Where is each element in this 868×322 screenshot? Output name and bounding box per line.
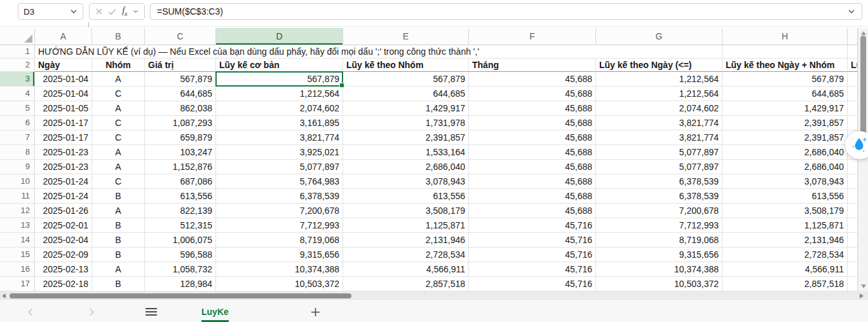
cell-E15[interactable]: 2,728,534 [343,248,469,262]
cell-E10[interactable]: 3,078,943 [343,174,469,189]
cell-G17[interactable]: 10,503,372 [596,277,722,291]
row-header-1[interactable]: 1 [0,45,35,59]
cell-partial-9[interactable] [848,160,858,174]
horizontal-scroll-thumb[interactable] [10,293,351,298]
cell-G7[interactable]: 3,821,774 [596,130,722,145]
fill-handle[interactable] [339,83,344,88]
cell-C3[interactable]: 567,879 [145,72,216,87]
cell-D11[interactable]: 6,378,539 [216,189,343,204]
fx-chevron-down-icon[interactable] [133,10,139,13]
cell-A16[interactable]: 2025-02-13 [35,262,92,277]
cell-D6[interactable]: 3,161,895 [216,116,343,130]
cell-F17[interactable]: 45,716 [469,277,596,291]
cell-G8[interactable]: 5,077,897 [596,145,722,160]
vertical-scroll-thumb[interactable] [860,36,866,136]
formula-expand-chevron-icon[interactable] [848,9,855,14]
cell-D12[interactable]: 7,200,678 [216,204,343,218]
cell-C13[interactable]: 512,315 [145,218,216,233]
cell-A3[interactable]: 2025-01-04 [35,72,92,87]
cell-A7[interactable]: 2025-01-17 [35,130,92,145]
cell-E17[interactable]: 2,857,518 [343,277,469,291]
cell-D15[interactable]: 9,315,656 [216,248,343,262]
row-header-9[interactable]: 9 [0,160,35,174]
cell-D14[interactable]: 8,719,068 [216,233,343,248]
cell-D7[interactable]: 3,821,774 [216,130,343,145]
cell-B16[interactable]: A [92,262,145,277]
row-header-17[interactable]: 17 [0,277,35,291]
cancel-icon[interactable] [95,8,103,15]
cell-C12[interactable]: 822,139 [145,204,216,218]
cell-B17[interactable]: B [92,277,145,291]
cell-A6[interactable]: 2025-01-17 [35,116,92,130]
cell-H8[interactable]: 2,686,040 [722,145,848,160]
insert-function-icon[interactable]: fx [122,6,127,17]
header-cell-F2[interactable]: Tháng [469,59,596,72]
cell-B4[interactable]: C [92,87,145,101]
vertical-scrollbar[interactable] [858,28,868,291]
cell-A15[interactable]: 2025-02-09 [35,248,92,262]
cell-A10[interactable]: 2025-01-24 [35,174,92,189]
col-header-partial[interactable] [848,28,858,45]
row-header-10[interactable]: 10 [0,174,35,189]
row-header-7[interactable]: 7 [0,130,35,145]
header-cell-B2[interactable]: Nhóm [92,59,145,72]
cell-C5[interactable]: 862,038 [145,101,216,116]
cell-B10[interactable]: C [92,174,145,189]
row-header-8[interactable]: 8 [0,145,35,160]
header-cell-partial-2[interactable]: Lũ [848,59,858,72]
header-cell-A2[interactable]: Ngày [35,59,92,72]
cell-partial-14[interactable] [848,233,858,248]
cell-H16[interactable]: 4,566,911 [722,262,848,277]
cell-H4[interactable]: 644,685 [722,87,848,101]
cell-C17[interactable]: 128,984 [145,277,216,291]
next-sheet-button[interactable] [86,301,97,322]
cell-B3[interactable]: A [92,72,145,87]
cell-A14[interactable]: 2025-02-04 [35,233,92,248]
cell-E11[interactable]: 613,556 [343,189,469,204]
cell-partial-10[interactable] [848,174,858,189]
cell-C10[interactable]: 687,086 [145,174,216,189]
cell-partial-1[interactable] [848,45,858,59]
cell-G14[interactable]: 8,719,068 [596,233,722,248]
cell-G6[interactable]: 3,821,774 [596,116,722,130]
cell-partial-16[interactable] [848,262,858,277]
cell-H3[interactable]: 567,879 [722,72,848,87]
cell-H14[interactable]: 2,131,946 [722,233,848,248]
cell-D13[interactable]: 7,712,993 [216,218,343,233]
cell-G16[interactable]: 10,374,388 [596,262,722,277]
scroll-up-arrow-icon[interactable] [861,31,866,35]
cell-E5[interactable]: 1,429,917 [343,101,469,116]
cell-A4[interactable]: 2025-01-04 [35,87,92,101]
col-header-F[interactable]: F [469,28,596,45]
cell-F5[interactable]: 45,688 [469,101,596,116]
cell-B9[interactable]: A [92,160,145,174]
cell-D5[interactable]: 2,074,602 [216,101,343,116]
cell-C14[interactable]: 1,006,075 [145,233,216,248]
tab-luyke[interactable]: LuyKe [193,301,238,322]
row-header-11[interactable]: 11 [0,189,35,204]
active-cell-selection[interactable] [215,71,343,87]
cell-F8[interactable]: 45,688 [469,145,596,160]
cell-H6[interactable]: 2,391,857 [722,116,848,130]
cell-C11[interactable]: 613,556 [145,189,216,204]
cell-G12[interactable]: 7,200,678 [596,204,722,218]
cell-B11[interactable]: B [92,189,145,204]
cell-partial-17[interactable] [848,277,858,291]
cell-C15[interactable]: 596,588 [145,248,216,262]
col-header-D[interactable]: D [216,28,343,45]
cell-D16[interactable]: 10,374,388 [216,262,343,277]
cell-F10[interactable]: 45,688 [469,174,596,189]
cell-A17[interactable]: 2025-02-18 [35,277,92,291]
cell-E7[interactable]: 2,391,857 [343,130,469,145]
cell-H9[interactable]: 2,686,040 [722,160,848,174]
cell-D4[interactable]: 1,212,564 [216,87,343,101]
cell-E6[interactable]: 1,731,978 [343,116,469,130]
cell-H7[interactable]: 2,391,857 [722,130,848,145]
cell-H10[interactable]: 3,078,943 [722,174,848,189]
cell-E14[interactable]: 2,131,946 [343,233,469,248]
formula-input[interactable]: =SUM($C$3:C3) [150,3,862,20]
cell-A11[interactable]: 2025-01-24 [35,189,92,204]
cell-H17[interactable]: 2,857,518 [722,277,848,291]
cell-E4[interactable]: 644,685 [343,87,469,101]
cell-E8[interactable]: 1,533,164 [343,145,469,160]
